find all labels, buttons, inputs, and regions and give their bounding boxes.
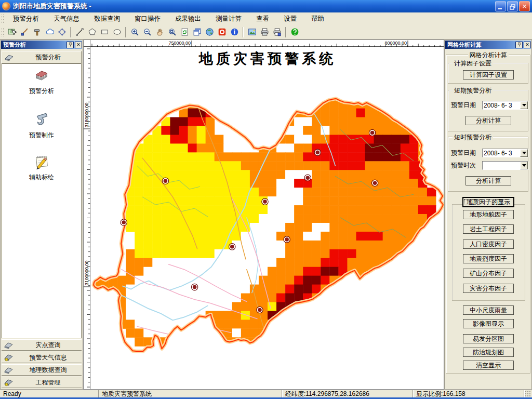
factor-button-矿山分布因子[interactable]: 矿山分布因子 bbox=[463, 269, 514, 278]
menubar-grip[interactable] bbox=[1, 14, 4, 23]
town-marker[interactable] bbox=[262, 198, 268, 205]
factor-button-岩土工程因子[interactable]: 岩土工程因子 bbox=[463, 224, 514, 234]
pin-icon[interactable] bbox=[66, 42, 74, 48]
chevron-down-icon[interactable] bbox=[520, 101, 528, 109]
resize-grip[interactable] bbox=[525, 391, 531, 397]
factor-button-地形地貌因子[interactable]: 地形地貌因子 bbox=[463, 210, 514, 219]
warning-date-combobox[interactable]: 2008- 6- 3 bbox=[482, 101, 528, 110]
draw-line-icon[interactable] bbox=[73, 26, 86, 38]
horizontal-ruler: 750000.00800000.00 bbox=[90, 40, 444, 47]
town-marker[interactable] bbox=[371, 180, 378, 186]
display-button-易发分区图[interactable]: 易发分区图 bbox=[463, 334, 514, 343]
hazard-grid bbox=[90, 91, 436, 355]
town-marker[interactable] bbox=[304, 175, 311, 181]
restore-button[interactable] bbox=[507, 1, 518, 11]
short-time-date-row: 预警日期 2008- 6- 3 bbox=[451, 149, 528, 157]
menu-item-查看[interactable]: 查看 bbox=[249, 12, 276, 25]
menu-item-预警分析[interactable]: 预警分析 bbox=[6, 12, 46, 25]
factor-button-人口密度因子[interactable]: 人口密度因子 bbox=[463, 240, 514, 249]
copy-window-icon[interactable] bbox=[191, 26, 203, 38]
menu-bar: 预警分析天气信息数据查询窗口操作成果输出测量计算查看设置帮助 bbox=[0, 12, 532, 25]
paint-icon[interactable] bbox=[18, 26, 31, 38]
warning-hour-combobox[interactable] bbox=[482, 161, 528, 170]
left-panel-caption[interactable]: 预警分析 ✕ bbox=[1, 41, 82, 49]
town-marker[interactable] bbox=[191, 284, 197, 290]
sidebar-item-地理数据查询[interactable]: 地理数据查询 bbox=[2, 364, 82, 376]
town-marker[interactable] bbox=[257, 307, 263, 313]
maker-icon bbox=[2, 110, 81, 130]
right-panel-caption[interactable]: 网格分析计算 ✕ bbox=[445, 41, 531, 49]
display-button-防治规划图[interactable]: 防治规划图 bbox=[463, 348, 514, 357]
display-button-影像图显示[interactable]: 影像图显示 bbox=[463, 319, 514, 328]
sidebar-item-工程管理[interactable]: 工程管理 bbox=[2, 377, 82, 388]
warning-date-value: 2008- 6- 3 bbox=[483, 150, 520, 157]
town-marker[interactable] bbox=[162, 178, 168, 184]
short-term-analyze-button[interactable]: 分析计算 bbox=[466, 116, 511, 125]
town-marker[interactable] bbox=[284, 236, 290, 243]
menu-item-帮助[interactable]: 帮助 bbox=[304, 12, 331, 25]
draw-rectangle-icon[interactable] bbox=[98, 26, 111, 38]
globe-icon[interactable] bbox=[203, 26, 216, 38]
chevron-down-icon[interactable] bbox=[520, 149, 528, 157]
h-ruler-label: 800000.00 bbox=[384, 41, 407, 46]
pan-hand-icon[interactable] bbox=[153, 26, 166, 38]
geology-factors-display-button[interactable]: 地质因子的显示 bbox=[463, 197, 514, 207]
map-select-icon[interactable] bbox=[6, 26, 18, 38]
zoom-in-icon[interactable] bbox=[128, 26, 141, 38]
menu-item-成果输出[interactable]: 成果输出 bbox=[168, 12, 208, 25]
left-panel-section-header[interactable]: 预警分析 bbox=[2, 51, 82, 63]
sidebar-item-预警天气信息[interactable]: 预警天气信息 bbox=[2, 352, 82, 363]
draw-ellipse-icon[interactable] bbox=[111, 26, 123, 38]
factor-button-灾害分布因子[interactable]: 灾害分布因子 bbox=[463, 284, 514, 293]
sidebar-item-灾点查询[interactable]: 灾点查询 bbox=[2, 339, 82, 351]
left-panel-close-icon[interactable]: ✕ bbox=[75, 42, 82, 48]
locate-icon[interactable] bbox=[56, 26, 68, 38]
zoom-window-icon[interactable] bbox=[166, 26, 178, 38]
menu-item-设置[interactable]: 设置 bbox=[276, 12, 304, 25]
print-icon[interactable] bbox=[258, 26, 271, 38]
refresh-view-icon[interactable] bbox=[178, 26, 191, 38]
map-svg[interactable]: 地质灾害预警系统 bbox=[90, 47, 445, 390]
sidebar-item-label: 灾点查询 bbox=[15, 341, 82, 350]
town-marker[interactable] bbox=[121, 219, 127, 225]
town-marker[interactable] bbox=[229, 244, 235, 250]
chevron-down-icon[interactable] bbox=[520, 162, 528, 169]
print-setup-icon[interactable] bbox=[271, 26, 283, 38]
sketch-icon bbox=[2, 152, 81, 172]
right-panel-close-icon[interactable]: ✕ bbox=[524, 42, 531, 48]
toolbar-grip[interactable] bbox=[1, 28, 4, 37]
close-button[interactable]: ✕ bbox=[519, 1, 530, 11]
factor-settings-button[interactable]: 计算因子设置 bbox=[463, 70, 514, 79]
map-window: 750000.00800000.00 3150000.003100000.00 … bbox=[83, 39, 444, 390]
info-icon[interactable] bbox=[228, 26, 241, 38]
window-titlebar[interactable]: 浏阳市地质灾害预警系统 - ✕ bbox=[0, 0, 532, 12]
menu-item-测量计算[interactable]: 测量计算 bbox=[208, 12, 249, 25]
help-icon[interactable] bbox=[288, 26, 301, 38]
factor-button-地震烈度因子[interactable]: 地震烈度因子 bbox=[463, 254, 514, 263]
tool-small-icon bbox=[4, 53, 15, 61]
pin-icon[interactable] bbox=[515, 42, 523, 48]
menu-item-天气信息[interactable]: 天气信息 bbox=[46, 12, 87, 25]
zoom-out-icon[interactable] bbox=[141, 26, 153, 38]
display-button-清空显示[interactable]: 清空显示 bbox=[463, 361, 514, 370]
map-canvas[interactable]: 地质灾害预警系统 bbox=[90, 47, 444, 389]
tool-item-预警分析[interactable]: 预警分析 bbox=[2, 67, 81, 96]
tool-a-icon bbox=[3, 366, 15, 374]
cloud-icon[interactable] bbox=[43, 26, 56, 38]
menu-item-窗口操作[interactable]: 窗口操作 bbox=[127, 12, 168, 25]
hammer-icon[interactable] bbox=[31, 26, 43, 38]
draw-polygon-icon[interactable] bbox=[86, 26, 98, 38]
warning-date-combobox[interactable]: 2008- 6- 3 bbox=[482, 149, 528, 157]
tool-item-预警制作[interactable]: 预警制作 bbox=[2, 110, 81, 140]
town-marker[interactable] bbox=[369, 129, 375, 136]
short-time-analyze-button[interactable]: 分析计算 bbox=[466, 176, 511, 185]
minimize-button[interactable] bbox=[495, 1, 506, 11]
display-button-中小尺度雨量[interactable]: 中小尺度雨量 bbox=[463, 305, 514, 315]
menu-item-数据查询[interactable]: 数据查询 bbox=[87, 12, 127, 25]
tool-item-辅助标绘[interactable]: 辅助标绘 bbox=[2, 152, 81, 182]
toolbar-items bbox=[6, 26, 301, 38]
right-panel-title: 网格分析计算 bbox=[447, 41, 514, 49]
image-view-icon[interactable] bbox=[246, 26, 258, 38]
town-marker[interactable] bbox=[314, 149, 321, 155]
stop-icon[interactable] bbox=[216, 26, 228, 38]
